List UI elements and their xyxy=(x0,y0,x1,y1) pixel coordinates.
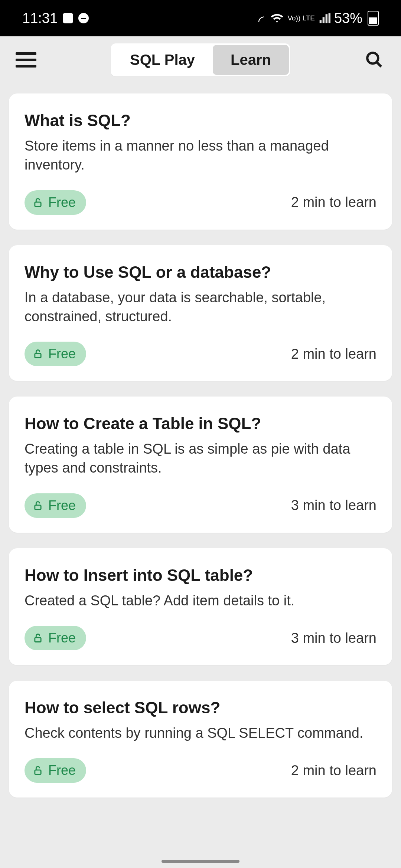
lesson-footer: Free 3 min to learn xyxy=(25,626,376,650)
unlock-icon xyxy=(33,197,43,208)
status-time: 11:31 xyxy=(22,10,58,26)
badge-label: Free xyxy=(48,630,76,646)
wifi-icon xyxy=(270,11,284,25)
lesson-card[interactable]: How to Create a Table in SQL? Creating a… xyxy=(9,397,392,533)
free-badge: Free xyxy=(25,493,86,518)
badge-label: Free xyxy=(48,195,76,210)
unlock-icon xyxy=(33,348,43,360)
lesson-card[interactable]: How to Insert into SQL table? Created a … xyxy=(9,548,392,665)
search-button[interactable] xyxy=(363,49,385,71)
lesson-desc: Created a SQL table? Add item details to… xyxy=(25,591,376,610)
lesson-footer: Free 2 min to learn xyxy=(25,342,376,366)
lesson-duration: 2 min to learn xyxy=(291,763,376,779)
signal-icon xyxy=(319,12,330,24)
lesson-card[interactable]: How to select SQL rows? Check contents b… xyxy=(9,681,392,798)
free-badge: Free xyxy=(25,758,86,783)
svg-rect-4 xyxy=(35,505,41,510)
app-header: SQL Play Learn xyxy=(0,36,401,83)
lesson-desc: Check contents by running a SQL SELECT c… xyxy=(25,724,376,743)
status-right: Vo)) LTE 53% xyxy=(256,10,379,26)
svg-rect-5 xyxy=(35,638,41,642)
lesson-card[interactable]: Why to Use SQL or a database? In a datab… xyxy=(9,245,392,381)
lesson-footer: Free 3 min to learn xyxy=(25,493,376,518)
tab-sql-play[interactable]: SQL Play xyxy=(112,45,213,75)
badge-label: Free xyxy=(48,498,76,513)
unlock-icon xyxy=(33,632,43,644)
search-icon xyxy=(365,50,384,69)
badge-label: Free xyxy=(48,346,76,362)
tab-switcher: SQL Play Learn xyxy=(111,43,290,76)
battery-icon xyxy=(368,11,379,26)
lesson-duration: 2 min to learn xyxy=(291,346,376,362)
leaf-icon xyxy=(256,13,267,23)
dnd-icon xyxy=(78,13,89,23)
lesson-desc: Creating a table in SQL is as simple as … xyxy=(25,440,376,478)
svg-line-1 xyxy=(376,62,381,67)
lesson-desc: In a database, your data is searchable, … xyxy=(25,288,376,326)
lesson-footer: Free 2 min to learn xyxy=(25,758,376,783)
lesson-duration: 2 min to learn xyxy=(291,194,376,210)
image-icon xyxy=(63,13,73,23)
free-badge: Free xyxy=(25,626,86,650)
battery-percentage: 53% xyxy=(334,10,362,26)
lesson-title: What is SQL? xyxy=(25,111,376,130)
lesson-list: What is SQL? Store items in a manner no … xyxy=(0,83,401,798)
home-indicator[interactable] xyxy=(162,860,239,863)
lesson-title: How to select SQL rows? xyxy=(25,698,376,717)
tab-learn[interactable]: Learn xyxy=(213,45,289,75)
lesson-card[interactable]: What is SQL? Store items in a manner no … xyxy=(9,93,392,230)
network-label: Vo)) LTE xyxy=(287,15,315,21)
menu-button[interactable] xyxy=(16,49,38,71)
lesson-desc: Store items in a manner no less than a m… xyxy=(25,137,376,175)
svg-rect-2 xyxy=(35,202,41,206)
lesson-title: How to Insert into SQL table? xyxy=(25,566,376,585)
lesson-duration: 3 min to learn xyxy=(291,497,376,513)
free-badge: Free xyxy=(25,190,86,215)
lesson-footer: Free 2 min to learn xyxy=(25,190,376,215)
lesson-title: Why to Use SQL or a database? xyxy=(25,263,376,282)
status-left: 11:31 xyxy=(22,10,89,26)
badge-label: Free xyxy=(48,763,76,778)
unlock-icon xyxy=(33,765,43,776)
lesson-title: How to Create a Table in SQL? xyxy=(25,414,376,433)
svg-rect-6 xyxy=(35,770,41,775)
svg-rect-3 xyxy=(35,354,41,358)
unlock-icon xyxy=(33,500,43,512)
lesson-duration: 3 min to learn xyxy=(291,630,376,646)
free-badge: Free xyxy=(25,342,86,366)
svg-point-0 xyxy=(367,53,378,63)
status-bar: 11:31 Vo)) LTE 53% xyxy=(0,0,401,36)
